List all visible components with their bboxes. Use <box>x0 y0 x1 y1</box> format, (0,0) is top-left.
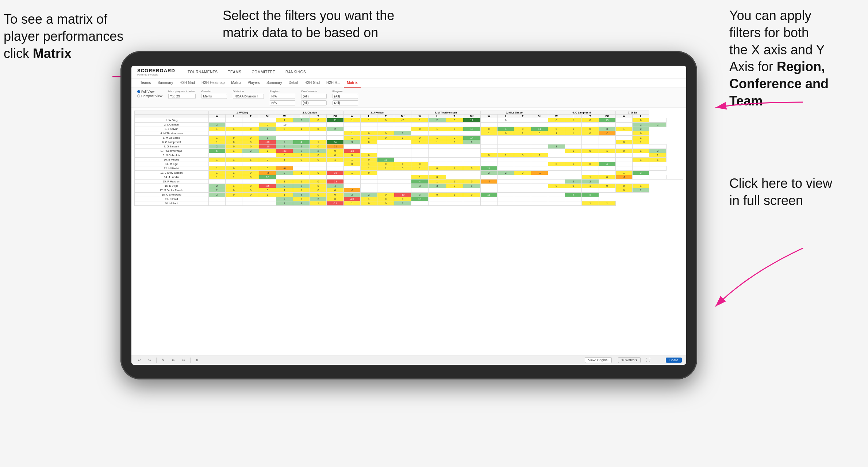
cell-r11-c6 <box>310 166 327 171</box>
full-view-option[interactable]: Full View <box>137 90 162 93</box>
cell-r12-c13 <box>429 171 446 175</box>
cell-r18-c21 <box>565 197 581 201</box>
cell-r14-c17 <box>497 180 514 184</box>
cell-r19-c15 <box>463 201 481 206</box>
gender-select[interactable]: Men's <box>201 94 227 99</box>
tab-detail[interactable]: Detail <box>286 78 301 88</box>
cell-r19-c23: 1 <box>599 201 615 206</box>
tab-teams[interactable]: Teams <box>137 78 154 88</box>
cell-r0-c0 <box>208 118 225 123</box>
cell-r15-c20: 0 <box>548 184 565 188</box>
tab-h2h-grid-2[interactable]: H2H Grid <box>302 78 323 88</box>
division-select[interactable]: NCAA Division I <box>233 94 264 99</box>
cell-r7-c3: 1 <box>259 149 276 153</box>
cell-r3-c25: 0 <box>633 131 649 136</box>
share-btn[interactable]: Share <box>666 358 682 363</box>
cell-r18-c14 <box>446 197 463 201</box>
cell-r18-c15 <box>463 197 481 201</box>
zoom-out-btn[interactable]: ⊖ <box>180 358 187 363</box>
cell-r7-c12 <box>411 149 428 153</box>
cell-r18-c7: 0 <box>327 197 343 201</box>
cell-r15-c18 <box>514 184 531 188</box>
nav-item-tournaments[interactable]: TOURNAMENTS <box>186 69 219 75</box>
cell-r12-c4: 2 <box>276 171 293 175</box>
cell-r1-c15 <box>463 123 481 127</box>
hand-btn[interactable]: ✎ <box>160 358 167 363</box>
tab-h2hh[interactable]: H2H H... <box>323 78 343 88</box>
cell-r4-c1: 0 <box>225 136 242 140</box>
full-view-label: Full View <box>141 90 154 93</box>
nav-item-teams[interactable]: TEAMS <box>226 69 243 75</box>
cell-r1-c13 <box>429 123 446 127</box>
cell-r11-c0: 1 <box>208 166 225 171</box>
cell-r17-c8: 2 <box>343 193 360 197</box>
filters-row: Full View Compact View Max players in vi… <box>131 88 686 108</box>
redo-btn[interactable]: ↪ <box>146 358 153 363</box>
cell-r10-c1 <box>225 162 242 166</box>
row-label-14: 15. P Maichon <box>135 180 209 184</box>
cell-r1-c16 <box>480 123 497 127</box>
cell-r14-c10 <box>377 180 394 184</box>
cell-r18-c22 <box>582 197 599 201</box>
tab-matrix-active[interactable]: Matrix <box>344 78 360 88</box>
conference-select-1[interactable]: (All) <box>301 94 327 99</box>
compact-view-option[interactable]: Compact View <box>137 94 162 98</box>
nav-item-rankings[interactable]: RANKINGS <box>284 69 307 75</box>
watch-btn[interactable]: 👁 Watch ▾ <box>618 357 641 363</box>
cell-r11-c16: 14 <box>480 166 497 171</box>
cell-r13-c23: 0 <box>599 175 615 180</box>
settings-btn[interactable]: ⚙ <box>193 358 201 363</box>
tab-h2h-grid[interactable]: H2H Grid <box>177 78 198 88</box>
cell-r5-c15: 6 <box>463 140 481 144</box>
compact-view-radio[interactable] <box>137 94 140 97</box>
sh-1-T: T <box>242 115 259 118</box>
cell-r10-c6 <box>310 162 327 166</box>
cell-r2-c10 <box>377 127 394 131</box>
tab-summary-2[interactable]: Summary <box>264 78 285 88</box>
tab-players[interactable]: Players <box>245 78 263 88</box>
cell-r14-c16: -7 <box>480 180 497 184</box>
cell-r5-c25: 1 <box>633 140 649 144</box>
players-select-1[interactable]: (All) <box>333 94 358 99</box>
region-select-1[interactable]: N/A <box>270 94 295 99</box>
more-btn[interactable]: … <box>655 358 663 363</box>
cell-r11-c20 <box>548 166 565 171</box>
full-view-radio[interactable] <box>137 90 140 93</box>
cell-r13-c16 <box>480 175 497 180</box>
fullscreen-btn[interactable]: ⛶ <box>644 357 652 363</box>
sh-1-L: L <box>225 115 242 118</box>
view-original-btn[interactable]: View: Original <box>585 357 611 363</box>
sh-6-L: L <box>565 115 581 118</box>
undo-btn[interactable]: ↩ <box>136 358 143 363</box>
zoom-in-btn[interactable]: ⊕ <box>170 358 177 363</box>
cell-r9-c16 <box>480 158 497 162</box>
max-players-select[interactable]: Top 25 <box>168 94 196 99</box>
cell-r8-c4: 0 <box>276 153 293 158</box>
nav-bar: SCOREBOARD Powered by clippd TOURNAMENTS… <box>131 66 686 78</box>
cell-r2-c15: 13 <box>463 127 481 131</box>
cell-r0-c22: 0 <box>582 118 599 123</box>
table-row: 17. S De La Fuente20001100-802 <box>135 188 683 193</box>
cell-r4-c20 <box>548 136 565 140</box>
nav-item-committee[interactable]: COMMITTEE <box>250 69 277 75</box>
row-label-10: 11. M Ege <box>135 162 209 166</box>
tab-summary[interactable]: Summary <box>154 78 176 88</box>
toolbar-sep-2 <box>190 358 191 363</box>
cell-r13-c18 <box>514 175 531 180</box>
region-select-2[interactable]: N/A <box>270 100 295 105</box>
cell-r14-c19 <box>531 180 548 184</box>
players-select-2[interactable]: (All) <box>333 100 358 105</box>
cell-r7-c20 <box>548 149 565 153</box>
cell-r3-c2 <box>242 131 259 136</box>
conference-select-2[interactable]: (All) <box>301 100 327 105</box>
ann-left-line3-prefix: click <box>4 46 33 61</box>
tab-h2h-heatmap[interactable]: H2H Heatmap <box>199 78 227 88</box>
cell-r19-c8: 1 <box>343 201 360 206</box>
filter-region: Region N/A N/A <box>270 90 295 105</box>
cell-r18-c1 <box>225 197 242 201</box>
ann-left-line3-bold: Matrix <box>33 46 72 61</box>
tab-matrix-1[interactable]: Matrix <box>228 78 244 88</box>
cell-r1-c6 <box>310 123 327 127</box>
cell-r2-c24: 1 <box>615 127 632 131</box>
cell-r2-c17: 4 <box>497 127 514 131</box>
